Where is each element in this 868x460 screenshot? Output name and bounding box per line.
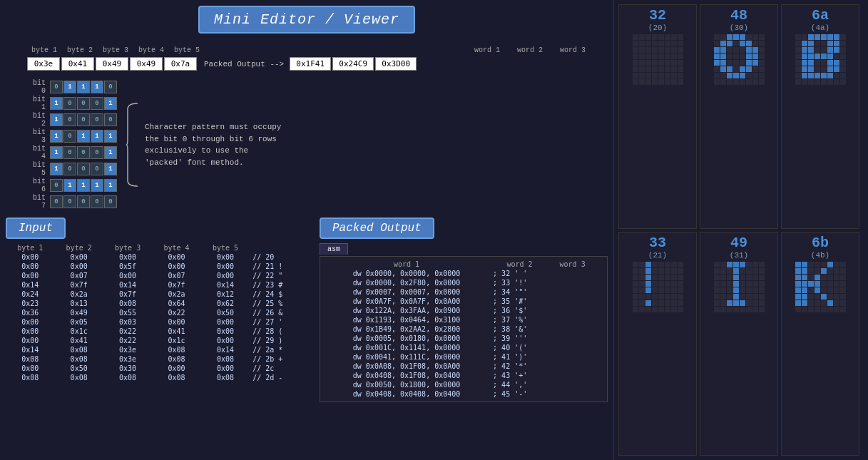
input-cell-3-2: 0x14 [103,280,152,290]
bit-cell-3-4[interactable]: 1 [104,130,117,143]
bit-cell-5-3[interactable]: 0 [91,163,103,175]
bit-cell-0-1[interactable]: 1 [63,81,76,93]
bit-cell-0-0[interactable]: 0 [50,81,63,93]
pixel-3-0 [633,53,638,59]
pixel-1-5 [827,268,833,274]
byte3-input[interactable] [96,57,128,71]
bit-cell-4-1[interactable]: 0 [63,146,76,159]
output-table-row: dw 0x001C, 0x1141, 0x0000; 40 '(' [323,343,604,352]
bit-cell-7-0[interactable]: 0 [50,195,63,208]
bit-cell-3-2[interactable]: 1 [77,130,90,143]
byte-header-section: byte 1 byte 2 byte 3 byte 4 byte 5 word … [6,46,608,54]
bit-cell-2-1[interactable]: 0 [63,113,76,126]
bit-cell-2-3[interactable]: 0 [91,113,103,126]
input-col-header-1: byte 2 [54,243,103,252]
pixel-3-5 [746,281,752,287]
pixel-4-2 [727,287,732,293]
bit-cell-7-2[interactable]: 0 [77,195,90,208]
input-cell-6-5: // 26 & [250,308,305,317]
pixel-3-2 [645,53,651,59]
output-cell-7-0: dw 0x0005, 0x0180, 0x0000 [323,334,490,343]
input-cell-13-2: 0x08 [103,373,152,382]
bit-cell-7-4[interactable]: 0 [104,195,117,208]
word3-input[interactable] [375,57,417,71]
bit-cell-5-0[interactable]: 1 [50,163,63,175]
bit-cell-5-1[interactable]: 0 [63,163,76,175]
bit-cell-6-3[interactable]: 1 [91,179,103,192]
pixel-7-0 [714,79,720,85]
output-cell-2-0: dw 0x0007, 0x0007, 0x0000 [323,287,490,297]
output-cell-0-1: ; 32 ' ' [490,269,549,278]
bit-cell-2-4[interactable]: 0 [104,113,117,126]
pixel-7-0 [633,79,638,85]
bit-cell-6-4[interactable]: 1 [104,179,117,192]
pixel-0-2 [645,262,651,267]
pixel-3-3 [733,281,739,287]
output-cell-0-0: dw 0x0000, 0x0000, 0x0000 [323,269,490,278]
bit-cell-5-4[interactable]: 1 [104,163,117,175]
bit-cell-3-3[interactable]: 1 [91,130,103,143]
input-cell-3-0: 0x14 [6,280,54,290]
bit-cell-7-1[interactable]: 0 [63,195,76,208]
input-cell-10-0: 0x14 [6,345,54,354]
input-cell-7-0: 0x00 [6,317,54,327]
bit-cell-6-2[interactable]: 1 [77,179,90,192]
pixel-5-6 [671,294,677,300]
pixel-2-5 [665,47,670,53]
input-col-header-5 [250,243,305,252]
pixel-1-7 [759,268,765,274]
pixel-0-2 [808,34,814,40]
tab-asm[interactable]: asm [320,243,348,255]
bit-cell-4-4[interactable]: 1 [104,146,117,159]
output-cell-3-1: ; 35 '#' [490,297,549,306]
bit-cell-4-3[interactable]: 0 [91,146,103,159]
pixel-4-4 [658,287,664,293]
pixel-5-3 [652,66,658,72]
bit-cell-2-0[interactable]: 1 [50,113,63,126]
pixel-0-4 [658,262,664,267]
byte4-input[interactable] [130,57,163,71]
pixel-2-7 [759,47,765,53]
byte2-input[interactable] [61,57,94,71]
input-cell-12-3: 0x00 [152,364,200,373]
pixel-6-3 [652,73,658,78]
pixel-6-0 [714,73,720,78]
bit-cell-1-1[interactable]: 0 [63,97,76,110]
bit-cell-4-0[interactable]: 1 [50,146,63,159]
bit-cell-4-2[interactable]: 0 [77,146,90,159]
pixel-2-3 [733,275,739,280]
bit-cell-1-3[interactable]: 0 [91,97,103,110]
bit-cell-3-0[interactable]: 1 [50,130,63,143]
pixel-0-0 [633,262,638,267]
bit-cell-1-4[interactable]: 1 [104,97,117,110]
bit-cell-6-0[interactable]: 0 [50,179,63,192]
bit-cell-7-3[interactable]: 0 [91,195,103,208]
pixel-0-4 [740,262,745,267]
bit-cell-1-0[interactable]: 1 [50,97,63,110]
byte5-input[interactable] [164,57,197,71]
bit-cell-0-3[interactable]: 1 [91,81,103,93]
bit-cell-0-2[interactable]: 1 [77,81,90,93]
byte1-input[interactable] [27,57,60,71]
pixel-1-2 [727,41,732,46]
pixel-5-0 [795,294,801,300]
pixel-3-6 [671,281,677,287]
output-cell-4-1: ; 36 '$' [490,306,549,315]
bit-cell-6-1[interactable]: 1 [63,179,76,192]
word1-input[interactable] [290,57,331,71]
bit-cell-0-4[interactable]: 0 [104,81,117,93]
pixel-7-6 [834,79,839,85]
pixel-6-2 [808,73,814,78]
pixel-4-0 [795,60,801,66]
pixel-5-7 [759,294,765,300]
word2-input[interactable] [332,57,374,71]
bit-cell-2-2[interactable]: 0 [77,113,90,126]
output-cell-6-0: dw 0x1B49, 0x2AA2, 0x2800 [323,324,490,334]
pixel-6-4 [740,300,745,306]
bit-cell-5-2[interactable]: 0 [77,163,90,175]
bit-cell-3-1[interactable]: 0 [63,130,76,143]
input-cell-4-2: 0x7f [103,290,152,299]
input-cell-12-1: 0x50 [54,364,103,373]
pixel-3-1 [802,53,807,59]
bit-cell-1-2[interactable]: 0 [77,97,90,110]
